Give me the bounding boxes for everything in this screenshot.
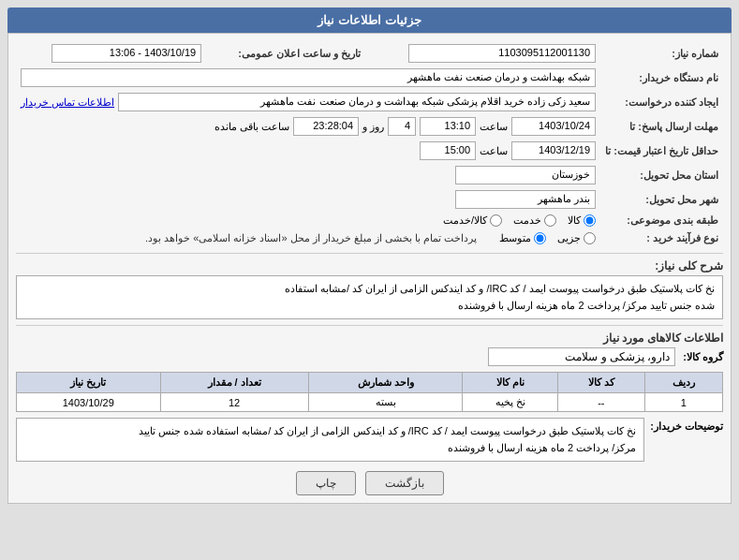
goods-table-container: ردیف کد کالا نام کالا واحد شمارش تعداد /…	[16, 372, 723, 412]
cell-unit: بسته	[308, 393, 463, 412]
city-label: شهر محل تحویل:	[600, 187, 723, 212]
contact-link[interactable]: اطلاعات تماس خریدار	[21, 96, 114, 109]
purchase-medium-label: متوسط	[499, 232, 531, 244]
purchase-type-label: نوع فرآیند خرید :	[600, 229, 723, 247]
province-label: استان محل تحویل:	[600, 163, 723, 187]
col-date: تاریخ نیاز	[17, 373, 161, 393]
col-quantity: تعداد / مقدار	[160, 373, 308, 393]
goods-group-label: گروه کالا:	[683, 351, 723, 363]
creator-value: سعید زکی زاده خرید اقلام پزشکی شبکه بهدا…	[118, 93, 596, 111]
response-deadline-label: مهلت ارسال پاسخ: تا	[600, 114, 723, 139]
page-wrapper: جزئیات اطلاعات نیاز شماره نیاز: 11030951…	[0, 0, 739, 560]
info-grid: شماره نیاز: 1103095112001130 تاریخ و ساع…	[16, 41, 723, 247]
city-value: بندر ماهشهر	[455, 190, 596, 209]
col-row-num: ردیف	[644, 373, 722, 393]
header-title: جزئیات اطلاعات نیاز	[318, 13, 421, 27]
cell-row-num: 1	[644, 393, 722, 412]
buyer-value: شبکه بهداشت و درمان صنعت نفت ماهشهر	[21, 68, 596, 87]
back-button[interactable]: بازگشت	[365, 471, 444, 495]
response-remaining: 23:28:04	[293, 117, 359, 136]
creator-label: ایجاد کننده درخواست:	[600, 90, 723, 114]
category-goods-radio[interactable]	[584, 214, 596, 227]
divider1	[16, 253, 723, 254]
buyer-comments-content: نخ کات پلاستیک طبق درخواست پیوست ایمد / …	[139, 425, 636, 453]
purchase-partial-option[interactable]: جزیی	[557, 232, 596, 244]
cell-date: 1403/10/29	[17, 393, 161, 412]
col-goods-name: نام کالا	[463, 373, 558, 393]
response-days: 4	[388, 117, 416, 136]
button-row: بازگشت چاپ	[16, 471, 723, 495]
province-value: خوزستان	[455, 166, 596, 184]
category-goods-label: کالا	[568, 214, 581, 227]
category-both-label: کالا/خدمت	[443, 214, 487, 227]
goods-info-label: اطلاعات کالاهای مورد نیاز	[16, 332, 723, 345]
request-number-label: شماره نیاز:	[600, 41, 723, 66]
time-label2: ساعت	[480, 145, 508, 157]
purchase-note: پرداخت تمام با بخشی از مبلغ خریدار از مح…	[145, 232, 477, 244]
description-text: نخ کات پلاستیک طبق درخواست پیوست ایمد / …	[16, 275, 723, 319]
response-time: 13:10	[420, 117, 476, 136]
purchase-partial-label: جزیی	[557, 232, 581, 244]
purchase-medium-option[interactable]: متوسط	[499, 232, 546, 244]
purchase-partial-radio[interactable]	[584, 232, 596, 244]
description-label: شرح کلی نیاز:	[16, 259, 723, 273]
buyer-comments-label: توضیحات خریدار:	[650, 418, 723, 433]
purchase-medium-radio[interactable]	[534, 232, 546, 244]
print-button[interactable]: چاپ	[296, 471, 356, 495]
comment-section: توضیحات خریدار: نخ کات پلاستیک طبق درخوا…	[16, 418, 723, 462]
request-number-value: 1103095112001130	[408, 44, 596, 63]
cell-quantity: 12	[160, 393, 308, 412]
validity-time: 15:00	[420, 141, 476, 160]
main-content: شماره نیاز: 1103095112001130 تاریخ و ساع…	[7, 33, 732, 504]
goods-group-value: دارو، پزشکی و سلامت	[488, 347, 675, 366]
buyer-comments-text: نخ کات پلاستیک طبق درخواست پیوست ایمد / …	[16, 418, 644, 462]
date-label: تاریخ و ساعت اعلان عمومی:	[206, 41, 365, 66]
goods-group-row: گروه کالا: دارو، پزشکی و سلامت	[16, 347, 723, 366]
category-both-radio[interactable]	[490, 214, 502, 227]
table-row: 1 -- نخ پخیه بسته 12 1403/10/29	[17, 393, 723, 412]
goods-table: ردیف کد کالا نام کالا واحد شمارش تعداد /…	[16, 372, 723, 412]
category-service-option[interactable]: خدمت	[513, 214, 556, 227]
category-radio-group: کالا خدمت کالا/خدمت	[21, 214, 596, 227]
category-goods-option[interactable]: کالا	[568, 214, 596, 227]
col-unit: واحد شمارش	[308, 373, 463, 393]
category-service-radio[interactable]	[544, 214, 556, 227]
category-label: طبقه بندی موضوعی:	[600, 212, 723, 229]
header-bar: جزئیات اطلاعات نیاز	[7, 7, 732, 33]
buyer-label: نام دستگاه خریدار:	[600, 66, 723, 90]
remaining-label: ساعت باقی مانده	[214, 121, 289, 133]
description-text-content: نخ کات پلاستیک طبق درخواست پیوست ایمد / …	[285, 283, 715, 311]
divider2	[16, 325, 723, 326]
category-service-label: خدمت	[513, 214, 541, 227]
purchase-radio-group: جزیی متوسط	[499, 232, 596, 244]
validity-date: 1403/12/19	[511, 141, 596, 160]
days-label: روز و	[362, 121, 384, 133]
category-both-option[interactable]: کالا/خدمت	[443, 214, 502, 227]
time-label: ساعت	[480, 121, 508, 133]
cell-goods-code: --	[558, 393, 645, 412]
response-date: 1403/10/24	[511, 117, 596, 136]
col-goods-code: کد کالا	[558, 373, 645, 393]
date-value: 1403/10/19 - 13:06	[52, 44, 201, 63]
cell-goods-name: نخ پخیه	[463, 393, 558, 412]
validity-label: حداقل تاریخ اعتبار قیمت: تا	[600, 139, 723, 163]
